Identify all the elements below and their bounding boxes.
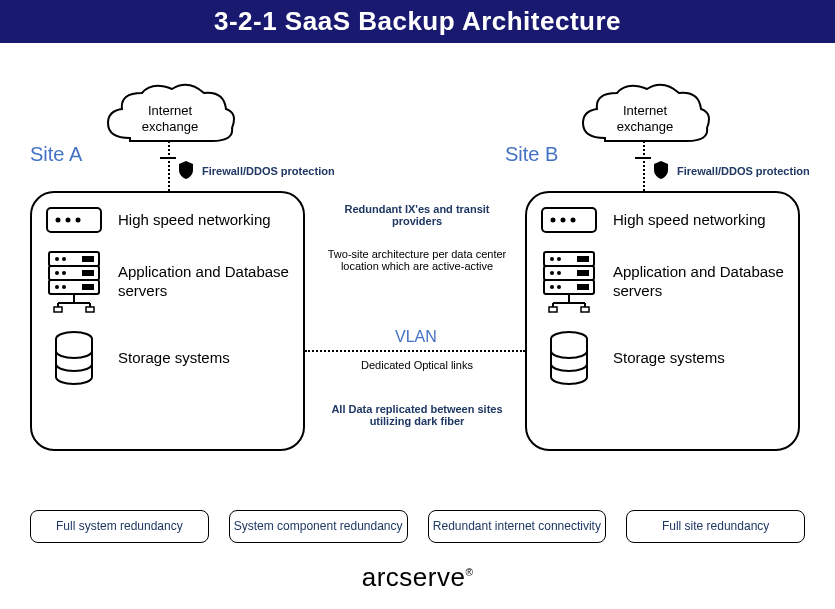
bottom-box-row: Full system redundancy System component …	[30, 510, 805, 543]
row-label: High speed networking	[118, 211, 271, 230]
tick-a	[160, 157, 176, 159]
svg-point-7	[55, 257, 59, 261]
svg-rect-15	[82, 284, 94, 290]
cloud-text: Internet exchange	[575, 83, 715, 134]
network-device-icon	[46, 207, 102, 233]
brand-logo: arcserve®	[0, 562, 835, 593]
diagram-canvas: Site A Site B Internet exchange Internet…	[0, 43, 835, 603]
site-b-label: Site B	[505, 143, 558, 166]
svg-rect-35	[577, 270, 589, 276]
svg-point-30	[550, 257, 554, 261]
title-bar: 3-2-1 SaaS Backup Architecture	[0, 0, 835, 43]
svg-point-33	[550, 271, 554, 275]
shield-icon	[178, 161, 194, 179]
bottom-box: System component redundancy	[229, 510, 408, 543]
vlan-connector	[305, 350, 525, 352]
bottom-box: Redundant internet connectivity	[428, 510, 607, 543]
svg-point-26	[571, 218, 576, 223]
storage-cylinder-icon	[46, 331, 102, 385]
svg-point-1	[56, 218, 61, 223]
svg-rect-23	[542, 208, 596, 232]
row-label: Storage systems	[118, 349, 230, 368]
svg-rect-32	[577, 256, 589, 262]
registered-mark: ®	[465, 567, 473, 578]
mid-text-replication: All Data replicated between sites utiliz…	[327, 403, 507, 427]
site-b-box: High speed networking	[525, 191, 800, 451]
svg-point-34	[557, 271, 561, 275]
row-networking: High speed networking	[46, 207, 293, 233]
firewall-label-b: Firewall/DDOS protection	[677, 165, 810, 177]
svg-rect-12	[82, 270, 94, 276]
row-servers: Application and Database servers	[46, 251, 293, 313]
svg-point-24	[551, 218, 556, 223]
tick-b	[635, 157, 651, 159]
svg-rect-43	[549, 307, 557, 312]
cloud-site-a: Internet exchange	[100, 83, 240, 158]
svg-rect-21	[86, 307, 94, 312]
svg-rect-44	[581, 307, 589, 312]
server-rack-icon	[46, 251, 102, 313]
connector-cloud-a	[168, 141, 170, 191]
svg-rect-38	[577, 284, 589, 290]
svg-point-8	[62, 257, 66, 261]
mid-text-optical: Dedicated Optical links	[327, 359, 507, 371]
vlan-label: VLAN	[395, 328, 437, 346]
svg-point-25	[561, 218, 566, 223]
svg-point-14	[62, 285, 66, 289]
mid-text-ix: Redundant IX'es and transit providers	[327, 203, 507, 227]
svg-point-31	[557, 257, 561, 261]
site-a-label: Site A	[30, 143, 82, 166]
connector-cloud-b	[643, 141, 645, 191]
row-storage: Storage systems	[541, 331, 788, 385]
row-networking: High speed networking	[541, 207, 788, 233]
site-a-box: High speed networking	[30, 191, 305, 451]
svg-rect-9	[82, 256, 94, 262]
bottom-box: Full system redundancy	[30, 510, 209, 543]
mid-text-arch: Two-site architecture per data center lo…	[327, 248, 507, 272]
svg-point-37	[557, 285, 561, 289]
svg-point-13	[55, 285, 59, 289]
row-label: Application and Database servers	[613, 263, 788, 301]
cloud-text: Internet exchange	[100, 83, 240, 134]
row-storage: Storage systems	[46, 331, 293, 385]
network-device-icon	[541, 207, 597, 233]
svg-point-11	[62, 271, 66, 275]
svg-point-10	[55, 271, 59, 275]
row-servers: Application and Database servers	[541, 251, 788, 313]
server-rack-icon	[541, 251, 597, 313]
row-label: High speed networking	[613, 211, 766, 230]
svg-rect-20	[54, 307, 62, 312]
row-label: Storage systems	[613, 349, 725, 368]
svg-point-3	[76, 218, 81, 223]
storage-cylinder-icon	[541, 331, 597, 385]
page-title: 3-2-1 SaaS Backup Architecture	[214, 6, 621, 36]
svg-point-2	[66, 218, 71, 223]
cloud-site-b: Internet exchange	[575, 83, 715, 158]
svg-point-36	[550, 285, 554, 289]
row-label: Application and Database servers	[118, 263, 293, 301]
shield-icon	[653, 161, 669, 179]
svg-rect-0	[47, 208, 101, 232]
bottom-box: Full site redundancy	[626, 510, 805, 543]
firewall-label-a: Firewall/DDOS protection	[202, 165, 335, 177]
